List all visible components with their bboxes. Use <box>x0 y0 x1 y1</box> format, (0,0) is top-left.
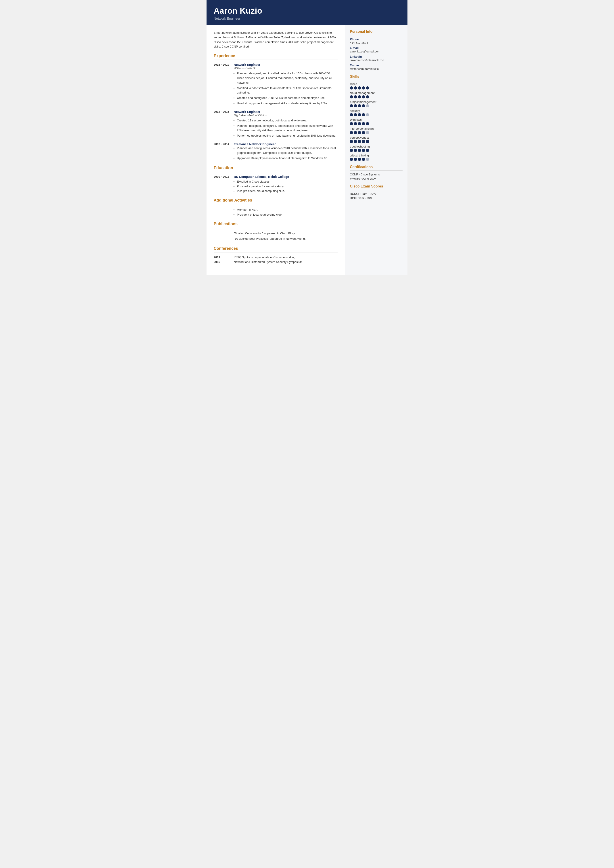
conference-item: 2015Network and Distributed System Secur… <box>214 260 338 264</box>
dot-filled <box>354 113 357 116</box>
dot-empty <box>366 113 369 116</box>
list-item: Upgraded 10 employees in local financial… <box>237 156 338 161</box>
dot-filled <box>362 104 365 107</box>
personal-info-section: Personal Info Phone 414-617-2634 E-mail … <box>350 30 403 71</box>
list-item: Created and configured 700+ VPNs for cor… <box>237 96 338 101</box>
list-item: Member, ITNEA <box>237 207 338 212</box>
experience-list: 2016 - 2019Network EngineerWilliams-Seil… <box>214 63 338 161</box>
twitter-value: twitter.com/aaronkuzio <box>350 67 403 71</box>
skill-dots <box>350 158 403 161</box>
certification-item: CCNP - Cisco Systems <box>350 173 403 176</box>
conferences-title: Conferences <box>214 246 338 251</box>
education-divider <box>214 172 338 172</box>
main-content: Smart network administrator with 6+ year… <box>206 25 408 275</box>
dot-filled <box>350 95 353 98</box>
skills-section: Skills Ciscocloud managementproject mana… <box>350 74 403 161</box>
publications-item: "Scaling Collaboration" appeared in Cisc… <box>214 231 338 242</box>
skill-row: Windows <box>350 118 403 125</box>
left-column: Smart network administrator with 6+ year… <box>206 25 345 275</box>
publications-title: Publications <box>214 222 338 226</box>
dot-filled <box>362 149 365 152</box>
dot-filled <box>366 122 369 125</box>
experience-section: Experience 2016 - 2019Network EngineerWi… <box>214 54 338 161</box>
list-item: Modified vendor software to automate 30%… <box>237 86 338 95</box>
skill-row: cloud management <box>350 91 403 98</box>
dot-filled <box>350 104 353 107</box>
twitter-label: Twitter <box>350 64 403 67</box>
exp-role: Network Engineer <box>234 63 338 67</box>
education-section: Education 2009 - 2013BS Computer Science… <box>214 166 338 193</box>
dot-filled <box>362 140 365 143</box>
experience-item: 2013 - 2014Freelance Network EngineerPla… <box>214 143 338 161</box>
conf-year: 2019 <box>214 256 234 259</box>
skill-name: cloud management <box>350 91 403 95</box>
education-item: 2009 - 2013BS Computer Science, Beloit C… <box>214 175 338 193</box>
exp-bullets: Planned, designed, and installed network… <box>234 71 338 106</box>
skill-row: critical thinking <box>350 154 403 161</box>
exp-bullets: Planned and configured a Windows 2010 ne… <box>234 146 338 160</box>
experience-item: 2014 - 2016Network EngineerBig Lakes Med… <box>214 110 338 139</box>
header: Aaron Kuzio Network Engineer <box>206 0 408 25</box>
dot-filled <box>362 95 365 98</box>
skill-row: perceptiveness <box>350 136 403 143</box>
email-label: E-mail <box>350 46 403 50</box>
skill-name: security <box>350 109 403 113</box>
publications-body: "Scaling Collaboration" appeared in Cisc… <box>234 231 338 242</box>
skill-row: security <box>350 109 403 116</box>
dot-filled <box>354 86 357 90</box>
dot-filled <box>362 158 365 161</box>
dot-filled <box>350 86 353 90</box>
activities-title: Additional Activities <box>214 198 338 203</box>
skills-list: Ciscocloud managementproject managements… <box>350 82 403 161</box>
edu-bullets: Excelled in Cisco classes.Pursued a pass… <box>234 180 338 193</box>
dot-empty <box>366 104 369 107</box>
skill-dots <box>350 86 403 90</box>
dot-filled <box>358 149 361 152</box>
exp-body: Network EngineerBig Lakes Medical Clinic… <box>234 110 338 139</box>
list-item: Planned, designed, and installed network… <box>237 71 338 85</box>
skill-dots <box>350 95 403 98</box>
personal-info-title: Personal Info <box>350 30 403 34</box>
experience-title: Experience <box>214 54 338 58</box>
conf-description: ICNP, Spoke on a panel about Cisco netwo… <box>234 256 338 259</box>
exp-bullets: Created 12 secure networks, both local a… <box>234 118 338 138</box>
experience-item: 2016 - 2019Network EngineerWilliams-Seil… <box>214 63 338 107</box>
skill-dots <box>350 140 403 143</box>
dot-filled <box>362 122 365 125</box>
dot-filled <box>350 140 353 143</box>
skill-name: troubleshooting <box>350 145 403 148</box>
publication-item: "10 Backup Best Practices" appeared in N… <box>234 236 338 241</box>
edu-dates: 2009 - 2013 <box>214 175 234 193</box>
list-item: Pursued a passion for security study. <box>237 184 338 189</box>
certifications-divider <box>350 170 403 170</box>
dot-filled <box>350 122 353 125</box>
list-item: Vice president, cloud computing club. <box>237 189 338 194</box>
exp-body: Network EngineerWilliams-Seile ITPlanned… <box>234 63 338 107</box>
skill-name: interpersonal skills <box>350 127 403 130</box>
edu-degree: BS Computer Science, Beloit College <box>234 175 338 178</box>
activities-body: Member, ITNEAPresident of local road cyc… <box>234 207 338 217</box>
dot-filled <box>358 86 361 90</box>
dot-filled <box>350 131 353 134</box>
dot-filled <box>350 113 353 116</box>
skill-name: Windows <box>350 118 403 121</box>
dot-filled <box>350 158 353 161</box>
certifications-title: Certifications <box>350 165 403 169</box>
skill-name: critical thinking <box>350 154 403 157</box>
certifications-list: CCNP - Cisco SystemsVMware VCP6-DCV <box>350 173 403 180</box>
candidate-name: Aaron Kuzio <box>214 6 400 16</box>
exp-role: Freelance Network Engineer <box>234 143 338 146</box>
dot-filled <box>358 131 361 134</box>
exp-dates: 2013 - 2014 <box>214 143 234 161</box>
publications-divider <box>214 228 338 228</box>
exp-company: Big Lakes Medical Clinics <box>234 114 338 117</box>
dot-empty <box>366 131 369 134</box>
list-item: Created 12 secure networks, both local a… <box>237 118 338 123</box>
list-item: Performed troubleshooting on load-balanc… <box>237 133 338 138</box>
publication-item: "Scaling Collaboration" appeared in Cisc… <box>234 231 338 236</box>
linkedin-value: linkedin.com/in/aaronkuzio <box>350 59 403 62</box>
exp-dates: 2016 - 2019 <box>214 63 234 107</box>
activities-bullets: Member, ITNEAPresident of local road cyc… <box>234 207 338 217</box>
conferences-list: 2019ICNP, Spoke on a panel about Cisco n… <box>214 256 338 264</box>
dot-filled <box>358 158 361 161</box>
